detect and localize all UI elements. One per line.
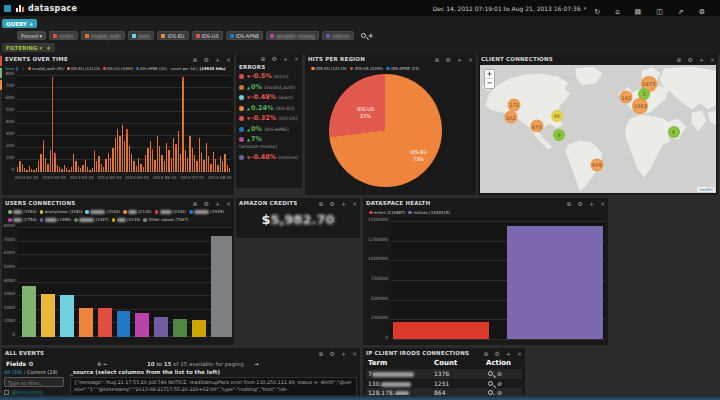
exclude-action-icon[interactable]: ⊘ (497, 380, 502, 387)
bar[interactable] (224, 76, 225, 172)
navbar-icons[interactable]: ↻⌂▤◫⇗⚙ (594, 0, 720, 18)
move-icon[interactable]: + (215, 56, 220, 63)
pager-back-icon[interactable]: ⊕ ← (97, 361, 108, 367)
move-icon[interactable]: + (589, 200, 594, 207)
user-bar[interactable] (192, 320, 206, 337)
bar[interactable] (143, 76, 144, 172)
panel-toolbar[interactable]: ⊕⚙+× (187, 56, 231, 63)
zoom-in-button[interactable]: + (485, 70, 494, 79)
bar[interactable] (52, 76, 53, 172)
bar[interactable] (105, 76, 106, 172)
user-bar[interactable] (79, 308, 93, 337)
events-chart[interactable] (17, 76, 231, 172)
health-bar-errors[interactable] (393, 322, 489, 339)
panel-toolbar[interactable]: ⊕⚙+× (187, 200, 231, 207)
bar[interactable] (31, 76, 32, 172)
map-marker[interactable]: 102 (504, 111, 517, 124)
other-values-bar[interactable] (211, 236, 232, 337)
bar[interactable] (180, 76, 181, 172)
close-icon[interactable]: × (600, 200, 605, 207)
gear-icon[interactable]: ⚙ (330, 350, 335, 357)
bar[interactable] (33, 76, 34, 172)
query-pill-notices[interactable]: notices (322, 31, 354, 40)
timepicker-caret-icon[interactable]: ▾ (584, 5, 587, 11)
user-bar[interactable] (60, 295, 74, 337)
bar[interactable] (85, 76, 86, 172)
bar[interactable] (117, 76, 118, 172)
close-icon[interactable]: × (710, 56, 715, 63)
map-marker[interactable]: 1963 (632, 98, 648, 114)
close-icon[interactable]: × (352, 200, 357, 207)
bar[interactable] (173, 76, 174, 172)
bar[interactable] (166, 76, 167, 172)
bar[interactable] (192, 76, 193, 172)
panel-toolbar[interactable]: ⊕⚙+× (313, 200, 357, 207)
bar[interactable] (22, 76, 23, 172)
bar[interactable] (24, 76, 25, 172)
bar[interactable] (50, 76, 51, 172)
close-icon[interactable]: × (226, 200, 231, 207)
inspect-icon[interactable]: ⊕ (435, 56, 440, 63)
bar[interactable] (43, 76, 44, 172)
bar[interactable] (26, 76, 27, 172)
bar[interactable] (119, 76, 120, 172)
inspect-icon[interactable]: ⊕ (677, 56, 682, 63)
query-pill-errors[interactable]: errors (49, 31, 78, 40)
bar[interactable] (45, 76, 46, 172)
timepicker[interactable]: Dec 14, 2012 07:19:01 to Aug 21, 2013 16… (433, 5, 581, 12)
bar[interactable] (133, 76, 134, 172)
users-legend[interactable]: (3763)anonymous (3180) (3103) (2132) (21… (2, 208, 234, 225)
bar[interactable] (187, 76, 188, 172)
move-icon[interactable]: + (341, 200, 346, 207)
fields-toggle[interactable]: Fields ⚙ (6, 360, 34, 367)
gear-icon[interactable]: ⚙ (446, 56, 451, 63)
panel-toolbar[interactable]: ⊕⚙+× (255, 55, 299, 62)
bar[interactable] (147, 76, 148, 172)
bar[interactable] (54, 76, 55, 172)
inspect-icon[interactable]: ⊕ (319, 350, 324, 357)
bar[interactable] (220, 76, 221, 172)
bar[interactable] (124, 76, 125, 172)
bar[interactable] (94, 76, 95, 172)
bar[interactable] (122, 76, 123, 172)
bar[interactable] (182, 76, 183, 172)
inspect-icon[interactable]: ⊕ (193, 56, 198, 63)
bar[interactable] (140, 76, 141, 172)
pinned-queries-button[interactable]: Pinned ▾ (17, 31, 46, 40)
gear-icon[interactable]: ⚙ (688, 56, 693, 63)
move-icon[interactable]: + (341, 350, 346, 357)
bar[interactable] (138, 76, 139, 172)
zoom-in-action-icon[interactable] (488, 381, 493, 386)
gear-icon[interactable]: ⚙ (204, 56, 209, 63)
user-bar[interactable] (41, 294, 55, 337)
bar[interactable] (222, 76, 223, 172)
move-icon[interactable]: + (457, 56, 462, 63)
close-icon[interactable]: × (294, 55, 299, 62)
bar[interactable] (92, 76, 93, 172)
folder-icon[interactable]: ▤ (635, 8, 642, 16)
map-attribution[interactable]: Leaflet (697, 187, 715, 192)
bar[interactable] (150, 76, 151, 172)
user-bar[interactable] (117, 311, 131, 337)
gear-icon[interactable]: ⚙ (699, 8, 705, 16)
close-icon[interactable]: × (226, 56, 231, 63)
bar[interactable] (159, 76, 160, 172)
bar[interactable] (210, 76, 211, 172)
inspect-icon[interactable]: ⊕ (261, 55, 266, 62)
bar[interactable] (196, 76, 197, 172)
bar[interactable] (57, 76, 58, 172)
bar[interactable] (129, 76, 130, 172)
bar[interactable] (103, 76, 104, 172)
bar[interactable] (96, 76, 97, 172)
map-marker[interactable]: 470 (530, 120, 543, 133)
map-marker[interactable]: 609 (590, 158, 603, 171)
bar[interactable] (64, 76, 65, 172)
user-bar[interactable] (22, 286, 36, 337)
bar[interactable] (61, 76, 62, 172)
gear-icon[interactable]: ⚙ (204, 200, 209, 207)
move-icon[interactable]: + (215, 200, 220, 207)
bar[interactable] (71, 76, 72, 172)
bar[interactable] (66, 76, 67, 172)
bar[interactable] (199, 76, 200, 172)
bar[interactable] (229, 76, 230, 172)
